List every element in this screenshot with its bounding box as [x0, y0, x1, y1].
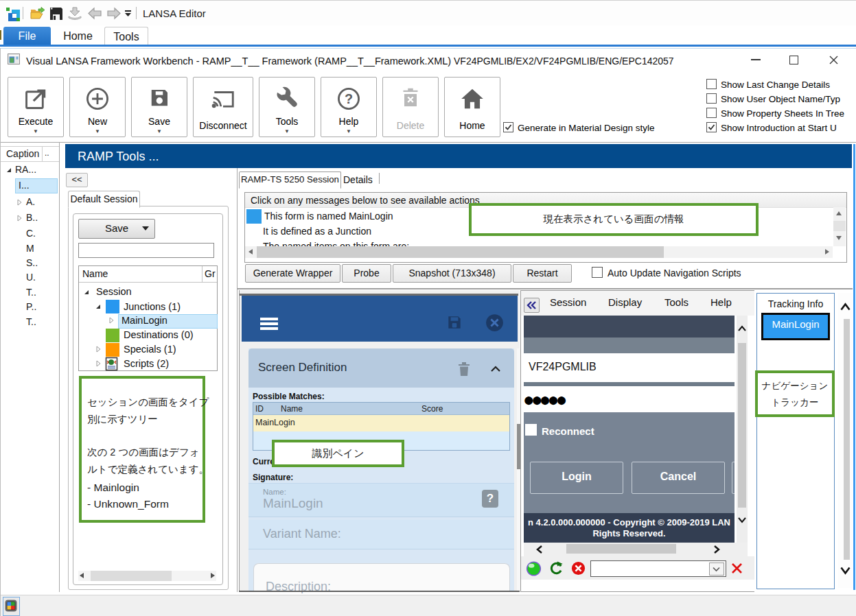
svg-text:?: ? [345, 91, 353, 106]
